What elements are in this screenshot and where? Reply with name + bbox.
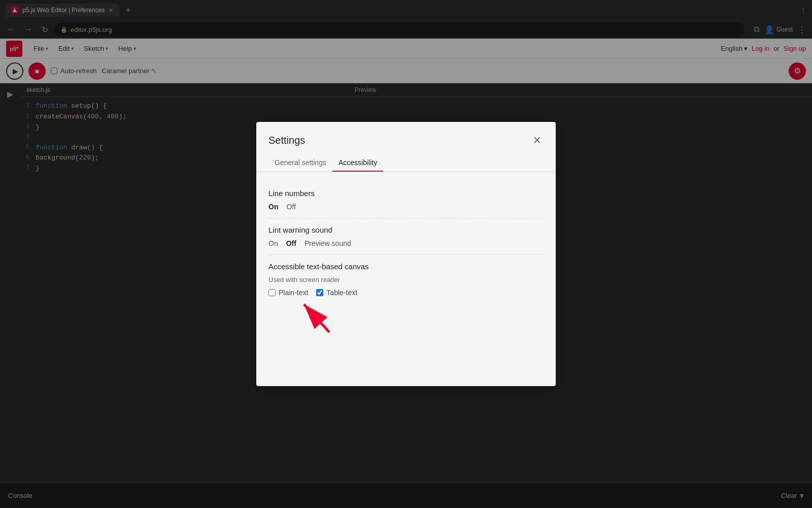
line-numbers-off[interactable]: Off <box>286 203 295 211</box>
svg-line-2 <box>304 304 329 332</box>
modal-title: Settings <box>268 135 305 146</box>
tab-accessibility-label: Accessibility <box>339 158 377 167</box>
modal-header: Settings ✕ <box>256 122 556 148</box>
arrow-annotation-container <box>268 302 544 342</box>
arrow-annotation <box>279 297 360 337</box>
lint-warning-on[interactable]: On <box>268 239 278 247</box>
plain-text-option[interactable]: Plain-text <box>268 289 308 297</box>
settings-modal: Settings ✕ General settings Accessibilit… <box>256 122 556 386</box>
modal-body: Line numbers On Off Lint warning sound O… <box>256 172 556 360</box>
tab-general-settings-label: General settings <box>275 158 326 167</box>
table-text-label: Table-text <box>326 289 357 297</box>
accessible-canvas-options: Plain-text Table-text <box>268 289 544 297</box>
accessible-canvas-label: Accessible text-based canvas <box>268 262 544 271</box>
modal-tabs: General settings Accessibility <box>256 154 556 172</box>
table-text-checkbox[interactable] <box>316 289 323 296</box>
accessible-canvas-sublabel: Used with screen reader <box>268 276 544 283</box>
line-numbers-section: Line numbers On Off <box>268 182 544 218</box>
line-numbers-options: On Off <box>268 203 544 211</box>
line-numbers-label: Line numbers <box>268 189 544 198</box>
modal-overlay: Settings ✕ General settings Accessibilit… <box>0 0 812 508</box>
tab-accessibility[interactable]: Accessibility <box>332 154 383 172</box>
lint-warning-preview[interactable]: Preview sound <box>304 239 351 247</box>
lint-warning-options: On Off Preview sound <box>268 239 544 247</box>
modal-close-button[interactable]: ✕ <box>531 132 544 148</box>
tab-general-settings[interactable]: General settings <box>268 154 332 172</box>
line-numbers-on[interactable]: On <box>268 203 278 211</box>
plain-text-label: Plain-text <box>279 289 308 297</box>
plain-text-checkbox[interactable] <box>268 289 276 296</box>
lint-warning-section: Lint warning sound On Off Preview sound <box>268 218 544 255</box>
table-text-option[interactable]: Table-text <box>316 289 357 297</box>
lint-warning-label: Lint warning sound <box>268 226 544 234</box>
accessible-canvas-section: Accessible text-based canvas Used with s… <box>268 255 544 350</box>
lint-warning-off[interactable]: Off <box>286 239 296 247</box>
